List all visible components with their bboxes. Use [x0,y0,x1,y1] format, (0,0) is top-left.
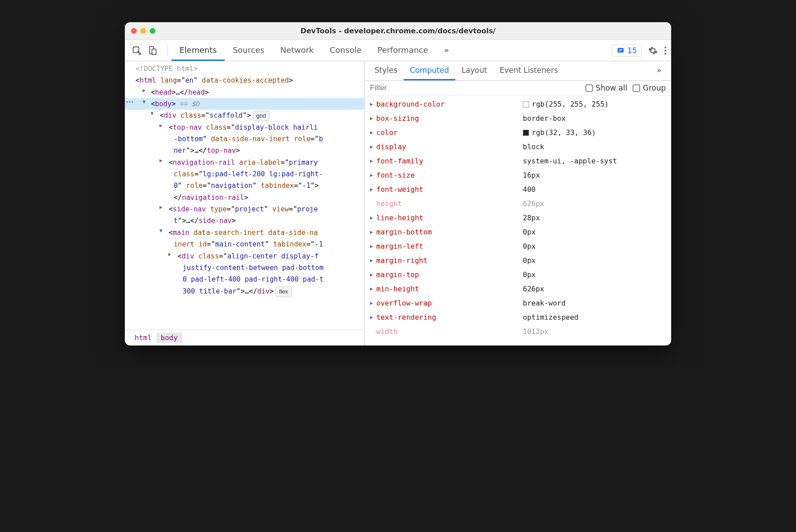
dom-navrail-l3[interactable]: 0" role="navigation" tabindex="-1"> [125,180,364,191]
inspect-element-icon[interactable] [132,46,142,56]
computed-row[interactable]: ▶font-size16px [365,168,671,183]
expand-toggle-icon[interactable]: ▶ [370,214,376,222]
tab-elements[interactable]: Elements [171,40,225,61]
expand-toggle-icon[interactable]: ▶ [370,285,376,293]
crumb-html[interactable]: html [130,333,156,343]
property-value: 626px [523,283,666,295]
subtab-styles[interactable]: Styles [368,61,404,80]
expand-toggle-icon[interactable]: ▶ [370,114,376,123]
group-checkbox[interactable]: Group [633,83,666,92]
tab-network[interactable]: Network [272,40,322,61]
computed-row[interactable]: width1012px [365,325,671,339]
more-menu-icon[interactable] [664,46,667,56]
issues-badge[interactable]: 15 [612,44,642,57]
styles-panel: Styles Computed Layout Event Listeners »… [365,61,671,345]
expand-toggle-icon[interactable]: ▶ [370,228,376,236]
computed-row[interactable]: ▶margin-top0px [365,268,671,282]
svg-point-5 [665,50,666,52]
dom-div-inner-l3[interactable]: 0 pad-left-400 pad-right-400 pad-t [125,274,364,285]
computed-row[interactable]: ▶margin-left0px [365,239,671,254]
collapse-toggle-icon[interactable]: ▼ [143,98,146,107]
dom-topnav-l3[interactable]: ner">…</top-nav> [125,145,364,156]
dom-topnav[interactable]: ▶ <top-nav class="display-block hairli [125,122,364,133]
tab-console[interactable]: Console [322,40,369,61]
property-value: system-ui, -apple-syst [523,155,666,167]
dom-div-inner[interactable]: ▶ <div class="align-center display-f [125,250,364,262]
computed-row[interactable]: height626px [365,197,671,211]
dom-html[interactable]: <html lang="en" data-cookies-accepted> [125,75,364,86]
expand-toggle-icon[interactable]: ▶ [370,270,376,279]
crumb-body[interactable]: body [156,333,183,343]
dom-topnav-l2[interactable]: -bottom" data-side-nav-inert role="b [125,133,364,145]
dom-sidenav[interactable]: ▶ <side-nav type="project" view="proje [125,203,364,215]
expand-toggle-icon[interactable]: ▶ [159,122,163,130]
color-swatch-icon[interactable] [523,130,529,136]
dom-div-inner-l4[interactable]: 300 title-bar">…</div>flex [125,286,364,297]
property-name: margin-left [376,240,523,253]
expand-toggle-icon[interactable]: ▶ [370,157,376,165]
grid-badge[interactable]: grid [253,111,270,121]
expand-toggle-icon[interactable]: ▶ [370,313,376,322]
computed-row[interactable]: ▶text-renderingoptimizespeed [365,310,671,325]
expand-toggle-icon[interactable]: ▶ [159,157,163,165]
subtab-event-listeners[interactable]: Event Listeners [494,61,564,80]
dom-main-l2[interactable]: inert id="main-content" tabindex="-1 [125,238,364,250]
computed-row[interactable]: ▶margin-right0px [365,254,671,268]
tab-sources[interactable]: Sources [225,40,272,61]
expand-toggle-icon[interactable]: ▶ [370,185,376,194]
more-tabs-icon[interactable]: » [436,40,457,61]
property-value: 1012px [523,326,666,338]
computed-row[interactable]: ▶background-colorrgb(255, 255, 255) [365,97,671,111]
property-value: 16px [523,169,666,182]
dom-navrail[interactable]: ▶ <navigation-rail aria-label="primary [125,157,364,168]
computed-row[interactable]: ▶box-sizingborder-box [365,111,671,126]
dom-body-selected[interactable]: ▼ <body> == $0 [125,98,364,110]
collapse-toggle-icon[interactable]: ▼ [159,227,163,235]
sub-tabs: Styles Computed Layout Event Listeners » [365,61,671,81]
expand-toggle-icon[interactable]: ▶ [168,250,171,259]
dom-div-scaffold[interactable]: ▼ <div class="scaffold">grid [125,110,364,121]
computed-row[interactable]: ▶font-familysystem-ui, -apple-syst [365,154,671,168]
expand-toggle-icon[interactable]: ▶ [370,128,376,137]
dom-navrail-l2[interactable]: class="lg:pad-left-200 lg:pad-right- [125,168,364,180]
expand-toggle-icon[interactable]: ▶ [370,171,376,179]
settings-icon[interactable] [648,46,658,56]
flex-badge[interactable]: flex [275,286,291,297]
color-swatch-icon[interactable] [523,101,529,107]
computed-row[interactable]: ▶font-weight400 [365,183,671,197]
divider [167,44,168,57]
dom-tree[interactable]: <!DOCTYPE html> <html lang="en" data-coo… [125,61,364,330]
dom-sidenav-l2[interactable]: t">…</side-nav> [125,215,364,226]
computed-list[interactable]: ▶background-colorrgb(255, 255, 255)▶box-… [365,95,671,345]
computed-row[interactable]: ▶margin-bottom0px [365,225,671,239]
tab-performance[interactable]: Performance [370,40,436,61]
expand-toggle-icon[interactable]: ▶ [143,87,146,95]
dom-head[interactable]: ▶ <head>…</head> [125,87,364,98]
maximize-window-button[interactable] [150,28,155,34]
collapse-toggle-icon[interactable]: ▼ [151,110,154,118]
dom-navrail-l4[interactable]: </navigation-rail> [125,192,364,203]
computed-row[interactable]: ▶line-height28px [365,211,671,225]
dom-div-inner-l2[interactable]: justify-content-between pad-bottom [125,262,364,274]
computed-row[interactable]: ▶colorrgb(32, 33, 36) [365,126,671,140]
expand-toggle-icon[interactable]: ▶ [370,299,376,307]
computed-row[interactable]: ▶overflow-wrapbreak-word [365,296,671,310]
filter-input[interactable] [370,83,580,92]
expand-toggle-icon[interactable]: ▶ [370,242,376,250]
dom-doctype[interactable]: <!DOCTYPE html> [125,63,364,75]
more-subtabs-icon[interactable]: » [651,61,668,80]
subtab-layout[interactable]: Layout [455,61,494,80]
devtools-window: DevTools - developer.chrome.com/docs/dev… [125,22,671,345]
computed-row[interactable]: ▶min-height626px [365,282,671,296]
minimize-window-button[interactable] [140,28,146,34]
close-window-button[interactable] [131,28,137,34]
expand-toggle-icon[interactable]: ▶ [370,100,376,108]
expand-toggle-icon[interactable]: ▶ [159,203,163,212]
dom-main[interactable]: ▼ <main data-search-inert data-side-na [125,227,364,238]
show-all-checkbox[interactable]: Show all [585,83,627,92]
expand-toggle-icon[interactable]: ▶ [370,143,376,151]
device-toolbar-icon[interactable] [148,46,158,56]
subtab-computed[interactable]: Computed [404,61,455,80]
expand-toggle-icon[interactable]: ▶ [370,256,376,265]
computed-row[interactable]: ▶displayblock [365,140,671,154]
